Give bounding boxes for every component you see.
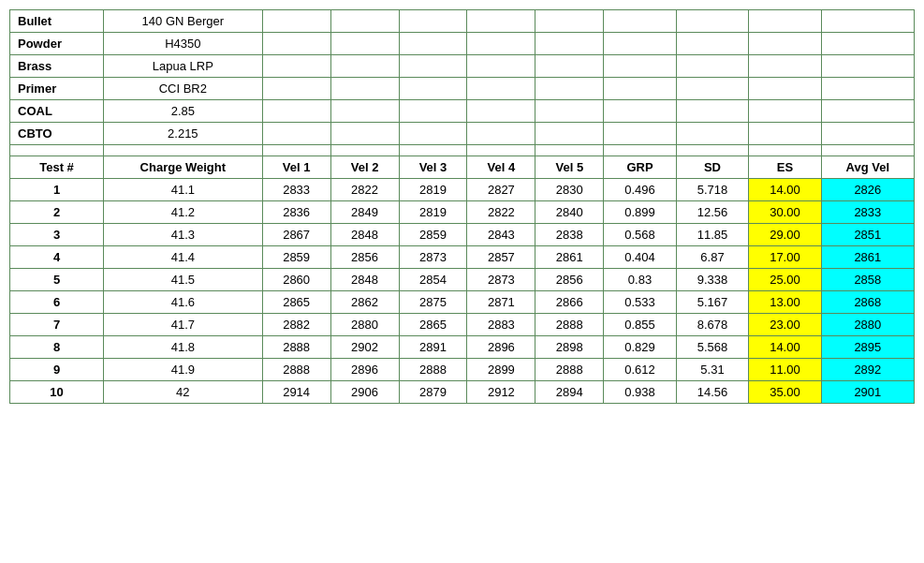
col-avgvel: Avg Vel (821, 156, 914, 179)
cell-grp: 0.568 (604, 224, 676, 246)
cell-grp: 0.83 (604, 269, 676, 291)
cell-vel2: 2856 (330, 246, 399, 269)
table-row: 741.7288228802865288328880.8558.67823.00… (10, 314, 915, 336)
cell-vel4: 2873 (467, 269, 535, 291)
cell-vel1: 2914 (262, 381, 330, 404)
cell-grp: 0.829 (604, 336, 676, 359)
cell-vel5: 2861 (535, 246, 604, 269)
cell-vel1: 2859 (262, 246, 330, 269)
cell-avgvel: 2895 (821, 336, 914, 359)
cell-avgvel: 2826 (821, 179, 914, 201)
cell-vel3: 2879 (399, 381, 467, 404)
cell-vel5: 2838 (535, 224, 604, 246)
cell-vel5: 2856 (535, 269, 604, 291)
cell-avgvel: 2868 (821, 291, 914, 314)
cell-vel3: 2819 (399, 201, 467, 224)
table-row: 341.3286728482859284328380.56811.8529.00… (10, 224, 915, 246)
cell-vel5: 2888 (535, 314, 604, 336)
cell-vel3: 2891 (399, 336, 467, 359)
col-vel3: Vel 3 (399, 156, 467, 179)
cell-test: 1 (10, 179, 104, 201)
bullet-value: 140 GN Berger (104, 10, 263, 33)
cell-sd: 12.56 (676, 201, 748, 224)
cell-es: 30.00 (749, 201, 821, 224)
cell-es: 23.00 (749, 314, 821, 336)
cell-avgvel: 2833 (821, 201, 914, 224)
bullet-label: Bullet (10, 10, 104, 33)
col-es: ES (749, 156, 821, 179)
col-vel2: Vel 2 (330, 156, 399, 179)
cell-charge: 41.3 (104, 224, 263, 246)
cell-charge: 41.2 (104, 201, 263, 224)
col-test: Test # (10, 156, 104, 179)
cbto-value: 2.215 (104, 123, 263, 145)
cell-es: 13.00 (749, 291, 821, 314)
cell-vel1: 2865 (262, 291, 330, 314)
column-headers: Test # Charge Weight Vel 1 Vel 2 Vel 3 V… (10, 156, 915, 179)
cell-grp: 0.404 (604, 246, 676, 269)
cell-sd: 11.85 (676, 224, 748, 246)
cell-vel4: 2822 (467, 201, 535, 224)
cell-vel1: 2836 (262, 201, 330, 224)
cell-vel1: 2860 (262, 269, 330, 291)
empty (676, 10, 748, 33)
cell-vel4: 2843 (467, 224, 535, 246)
table-row: 1042291429062879291228940.93814.5635.002… (10, 381, 915, 404)
cell-es: 11.00 (749, 359, 821, 381)
cell-vel3: 2873 (399, 246, 467, 269)
empty (399, 10, 467, 33)
cell-grp: 0.533 (604, 291, 676, 314)
cell-test: 8 (10, 336, 104, 359)
main-table: Bullet 140 GN Berger Powder H4350 (9, 9, 915, 404)
powder-row: Powder H4350 (10, 33, 915, 55)
cell-avgvel: 2858 (821, 269, 914, 291)
empty (749, 10, 821, 33)
primer-value: CCI BR2 (104, 78, 263, 100)
cell-test: 6 (10, 291, 104, 314)
cell-sd: 8.678 (676, 314, 748, 336)
cell-charge: 41.9 (104, 359, 263, 381)
table-row: 241.2283628492819282228400.89912.5630.00… (10, 201, 915, 224)
cell-sd: 5.31 (676, 359, 748, 381)
cell-es: 17.00 (749, 246, 821, 269)
cell-vel4: 2827 (467, 179, 535, 201)
cell-grp: 0.612 (604, 359, 676, 381)
primer-label: Primer (10, 78, 104, 100)
cell-charge: 41.7 (104, 314, 263, 336)
cbto-label: CBTO (10, 123, 104, 145)
cell-vel1: 2882 (262, 314, 330, 336)
primer-row: Primer CCI BR2 (10, 78, 915, 100)
cell-charge: 41.6 (104, 291, 263, 314)
cell-vel2: 2896 (330, 359, 399, 381)
cell-vel2: 2862 (330, 291, 399, 314)
col-grp: GRP (604, 156, 676, 179)
cell-sd: 14.56 (676, 381, 748, 404)
cell-vel3: 2859 (399, 224, 467, 246)
bullet-row: Bullet 140 GN Berger (10, 10, 915, 33)
cell-grp: 0.899 (604, 201, 676, 224)
coal-row: COAL 2.85 (10, 100, 915, 123)
table-row: 941.9288828962888289928880.6125.3111.002… (10, 359, 915, 381)
cell-grp: 0.496 (604, 179, 676, 201)
empty (330, 10, 399, 33)
cell-es: 29.00 (749, 224, 821, 246)
empty (821, 10, 914, 33)
cell-test: 10 (10, 381, 104, 404)
cell-vel5: 2898 (535, 336, 604, 359)
empty (604, 10, 676, 33)
cell-charge: 41.4 (104, 246, 263, 269)
cell-vel4: 2883 (467, 314, 535, 336)
cell-vel5: 2830 (535, 179, 604, 201)
cell-avgvel: 2892 (821, 359, 914, 381)
cell-sd: 5.718 (676, 179, 748, 201)
cell-vel2: 2902 (330, 336, 399, 359)
cell-vel3: 2865 (399, 314, 467, 336)
cell-vel3: 2854 (399, 269, 467, 291)
cell-grp: 0.938 (604, 381, 676, 404)
cell-vel5: 2866 (535, 291, 604, 314)
cell-vel2: 2849 (330, 201, 399, 224)
coal-label: COAL (10, 100, 104, 123)
cell-vel1: 2867 (262, 224, 330, 246)
empty (262, 10, 330, 33)
cell-test: 7 (10, 314, 104, 336)
